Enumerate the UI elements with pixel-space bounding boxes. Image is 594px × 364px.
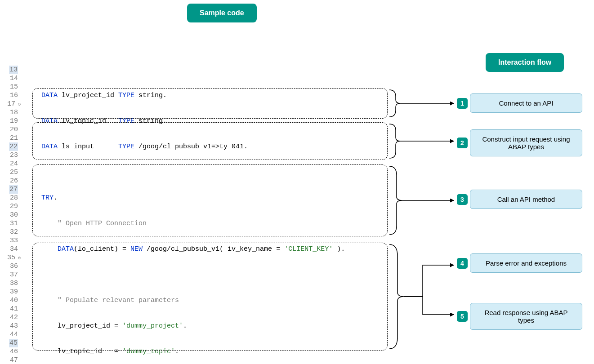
code-line: lv_topic_id = 'dummy_topic'. <box>25 347 394 356</box>
code-line <box>25 168 394 177</box>
flow-step-label: Connect to an API <box>476 99 576 107</box>
code-line: TRY. <box>25 194 394 202</box>
flow-step-4: 4 Parse error and exceptions <box>470 253 582 273</box>
flow-step-number: 5 <box>457 311 468 322</box>
flow-step-2: 2 Construct input request using ABAP typ… <box>470 129 582 156</box>
code-line: lv_project_id = 'dummy_project'. <box>25 322 394 330</box>
code-line: " Populate relevant parameters <box>25 296 394 305</box>
flow-step-1: 1 Connect to an API <box>470 93 582 113</box>
flow-step-number: 2 <box>457 138 468 148</box>
code-editor: 1314151617181920212223242526272829303132… <box>4 49 396 74</box>
interaction-flow-badge: Interaction flow <box>486 53 564 72</box>
code-line: DATA(lo_client) = NEW /goog/cl_pubsub_v1… <box>25 245 394 253</box>
flow-step-label: Construct input request using ABAP types <box>476 135 576 151</box>
code-line: DATA ls_input TYPE /goog/cl_pubsub_v1=>t… <box>25 142 394 151</box>
flow-step-number: 3 <box>457 194 468 205</box>
flow-step-label: Call an API method <box>476 195 576 203</box>
flow-step-number: 1 <box>457 98 468 109</box>
flow-step-label: Read response using ABAP types <box>476 309 576 324</box>
flow-step-number: 4 <box>457 258 468 269</box>
code-line: DATA lv_topic_id TYPE string. <box>25 117 394 125</box>
code-line: DATA lv_project_id TYPE string. <box>25 91 394 100</box>
flow-step-3: 3 Call an API method <box>470 190 582 209</box>
code-line <box>25 66 394 74</box>
code-lines: DATA lv_project_id TYPE string. DATA lv_… <box>25 49 394 364</box>
line-gutter: 1314151617181920212223242526272829303132… <box>4 66 18 364</box>
flow-step-label: Parse error and exceptions <box>476 259 576 267</box>
sample-code-badge: Sample code <box>187 4 257 22</box>
code-line: " Open HTTP Connection <box>25 219 394 228</box>
code-line <box>25 271 394 279</box>
flow-step-5: 5 Read response using ABAP types <box>470 303 582 330</box>
